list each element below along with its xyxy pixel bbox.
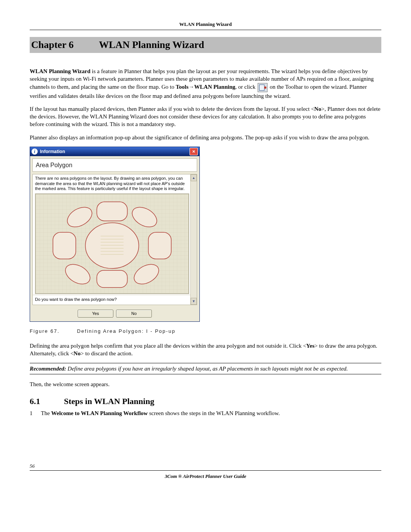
page-number: 56 <box>30 463 381 471</box>
yes-button[interactable]: Yes <box>78 310 113 318</box>
dialog-button-row: Yes No <box>30 307 199 321</box>
scrollbar[interactable]: ▲ ▼ <box>190 174 197 304</box>
scroll-track[interactable] <box>191 181 197 297</box>
running-head: WLAN Planning Wizard <box>30 21 381 30</box>
figure-label: Figure 67. <box>30 328 60 334</box>
chapter-title: WLAN Planning Wizard <box>99 39 204 50</box>
information-dialog: i Information × Area Polygon ▲ ▼ There a… <box>30 147 200 322</box>
term-wlan-planning-wizard: WLAN Planning Wizard <box>30 68 90 74</box>
paragraph-welcome: Then, the welcome screen appears. <box>30 380 381 388</box>
section-heading: 6.1Steps in WLAN Planning <box>30 396 381 407</box>
svg-rect-5 <box>97 202 127 221</box>
dialog-titlebar: i Information × <box>30 147 199 156</box>
paragraph-after-figure: Defining the area polygon helps confirm … <box>30 342 381 358</box>
list-item: 1 The Welcome to WLAN Planning Workflow … <box>30 409 381 417</box>
scroll-up-icon[interactable]: ▲ <box>191 174 197 181</box>
menu-wlan-planning: WLAN Planning <box>194 84 235 90</box>
chapter-number: Chapter 6 <box>31 39 73 50</box>
dialog-subtitle: Area Polygon <box>32 158 197 172</box>
figure-caption: Figure 67. Defining Area Polygon: I - Po… <box>30 328 381 335</box>
footer-title: 3Com ® AirProtect Planner User Guide <box>30 473 381 480</box>
recommended-note: Recommended: Define area polygons if you… <box>30 363 381 374</box>
paragraph-delete-note: If the layout has manually placed device… <box>30 105 381 128</box>
svg-point-2 <box>85 223 139 268</box>
floorplan-image <box>35 193 189 294</box>
no-button[interactable]: No <box>116 310 152 318</box>
paragraph-intro: WLAN Planning Wizard is a feature in Pla… <box>30 67 381 100</box>
dialog-title: Information <box>40 149 65 155</box>
dialog-question: Do you want to draw the area polygon now… <box>33 295 197 305</box>
svg-rect-4 <box>148 232 171 259</box>
dialog-body: ▲ ▼ There are no area polygons on the la… <box>32 174 197 305</box>
wlan-planning-toolbar-icon[interactable] <box>258 83 268 92</box>
step-number: 1 <box>30 409 40 417</box>
svg-rect-3 <box>53 232 76 259</box>
figure-caption-text: Defining Area Polygon: I - Pop-up <box>77 328 175 334</box>
page-footer: 56 3Com ® AirProtect Planner User Guide <box>30 463 381 479</box>
menu-tools: Tools <box>176 84 189 90</box>
scroll-down-icon[interactable]: ▼ <box>191 298 197 305</box>
svg-rect-6 <box>97 270 127 288</box>
section-number: 6.1 <box>30 396 64 407</box>
info-icon: i <box>32 149 38 155</box>
chapter-heading: Chapter 6 WLAN Planning Wizard <box>30 37 381 53</box>
arrow-icon: → <box>188 84 194 90</box>
paragraph-popup-intro: Planner also displays an information pop… <box>30 134 381 141</box>
close-icon[interactable]: × <box>190 148 198 155</box>
dialog-body-text: There are no area polygons on the layout… <box>33 174 197 193</box>
section-title: Steps in WLAN Planning <box>64 396 154 406</box>
